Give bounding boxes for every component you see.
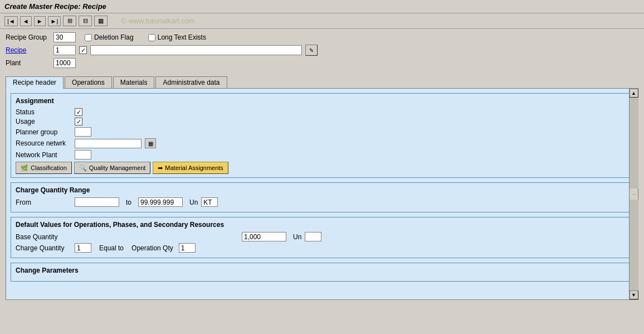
- charge-qty-row: From to Un: [16, 197, 628, 207]
- operation-qty-label: Operation Qty: [131, 244, 173, 252]
- toolbar: |◄ ◄ ► ►| ⊞ ⊟ ▦ © www.tutorialkart.com: [0, 13, 644, 29]
- usage-checkbox[interactable]: ✓: [75, 118, 82, 125]
- charge-qty-title: Charge Quantity Range: [16, 186, 628, 194]
- title-bar: Create Master Recipe: Recipe: [0, 0, 644, 13]
- recipe-checkbox[interactable]: ✓: [79, 46, 87, 54]
- quality-mgmt-label: Quality Management: [89, 164, 146, 171]
- recipe-input[interactable]: [53, 45, 76, 55]
- find2-btn[interactable]: ⊟: [79, 16, 92, 26]
- assignment-title: Assignment: [16, 97, 628, 105]
- recipe-label[interactable]: Recipe: [6, 46, 50, 54]
- scroll-up-btn[interactable]: ▲: [630, 89, 638, 98]
- recipe-group-label: Recipe Group: [6, 33, 50, 41]
- from-label: From: [16, 199, 71, 206]
- from-input[interactable]: [75, 197, 119, 207]
- long-text-label: Long Text Exists: [158, 33, 206, 41]
- status-row: Status ✓: [16, 108, 628, 116]
- deletion-flag-label: Deletion Flag: [94, 33, 134, 41]
- to-label: to: [126, 199, 131, 206]
- change-params-title: Change Parameters: [16, 267, 628, 274]
- un-input[interactable]: [201, 197, 218, 207]
- status-label: Status: [16, 108, 71, 116]
- base-qty-input[interactable]: [242, 232, 286, 241]
- charge-qty-section: Charge Quantity Range From to Un: [11, 182, 633, 212]
- deletion-flag-checkbox[interactable]: [85, 34, 92, 41]
- un-label: Un: [189, 199, 198, 206]
- main-content: Assignment Status ✓ Usage ✓ Planner grou…: [6, 88, 638, 300]
- recipe-group-row: Recipe Group Deletion Flag Long Text Exi…: [6, 32, 638, 42]
- network-plant-row: Network Plant: [16, 150, 628, 159]
- assignment-section: Assignment Status ✓ Usage ✓ Planner grou…: [11, 93, 633, 178]
- classification-label: Classification: [31, 164, 67, 171]
- tab-recipe-header[interactable]: Recipe header: [6, 76, 64, 89]
- resource-netwrk-row: Resource netwrk ▦: [16, 138, 628, 148]
- planner-group-row: Planner group: [16, 127, 628, 137]
- equal-to-label: Equal to: [99, 244, 124, 252]
- base-qty-row: Base Quantity Un: [16, 232, 628, 241]
- plant-label: Plant: [6, 59, 50, 67]
- classification-btn[interactable]: 🌿 Classification: [16, 162, 72, 174]
- quality-mgmt-btn[interactable]: 🔍 Quality Management: [74, 162, 151, 174]
- tab-materials[interactable]: Materials: [113, 76, 155, 89]
- planner-group-input[interactable]: [75, 127, 91, 137]
- usage-label: Usage: [16, 118, 71, 125]
- first-btn[interactable]: |◄: [4, 16, 18, 26]
- default-values-section: Default Values for Operations, Phases, a…: [11, 217, 633, 258]
- long-text-checkbox[interactable]: [148, 34, 155, 41]
- scroll-track[interactable]: [630, 98, 638, 188]
- recipe-text-input[interactable]: [90, 45, 302, 55]
- classification-icon: 🌿: [21, 164, 28, 172]
- title-text: Create Master Recipe: Recipe: [4, 2, 106, 11]
- charge-qty-default-row: Charge Quantity Equal to Operation Qty: [16, 243, 628, 253]
- plant-row: Plant: [6, 58, 638, 68]
- last-btn[interactable]: ►|: [48, 16, 61, 26]
- un-label2: Un: [293, 233, 301, 241]
- header-form: Recipe Group Deletion Flag Long Text Exi…: [0, 29, 644, 74]
- resource-netwrk-input[interactable]: [75, 139, 142, 148]
- watermark: © www.tutorialkart.com: [121, 17, 195, 25]
- scroll-track2[interactable]: [630, 200, 638, 291]
- change-params-section: Change Parameters: [11, 263, 633, 282]
- network-plant-input[interactable]: [75, 150, 91, 159]
- recipe-edit-btn[interactable]: ✎: [305, 45, 318, 56]
- status-checkbox[interactable]: ✓: [75, 108, 82, 116]
- material-assign-btn[interactable]: ➡ Material Assignments: [153, 162, 228, 174]
- action-buttons: 🌿 Classification 🔍 Quality Management ➡ …: [16, 162, 628, 174]
- base-qty-label: Base Quantity: [16, 233, 71, 241]
- charge-qty-label: Charge Quantity: [16, 244, 71, 252]
- scroll-down-btn[interactable]: ▼: [630, 291, 638, 299]
- tab-admin-data[interactable]: Administrative data: [155, 76, 227, 89]
- quality-mgmt-icon: 🔍: [79, 164, 87, 172]
- charge-qty-value-input[interactable]: [75, 243, 91, 253]
- material-assign-icon: ➡: [158, 164, 163, 172]
- material-assign-label: Material Assignments: [165, 164, 223, 171]
- grid-view-btn[interactable]: ▦: [94, 16, 108, 26]
- usage-row: Usage ✓: [16, 118, 628, 125]
- next-btn[interactable]: ►: [34, 16, 46, 26]
- planner-group-label: Planner group: [16, 128, 71, 136]
- plant-input[interactable]: [53, 58, 76, 68]
- tab-operations[interactable]: Operations: [65, 76, 112, 89]
- recipe-row: Recipe ✓ ✎: [6, 45, 638, 56]
- resource-netwrk-grid-btn[interactable]: ▦: [145, 138, 156, 148]
- recipe-group-input[interactable]: [53, 32, 76, 42]
- to-input[interactable]: [138, 197, 183, 207]
- tab-bar: Recipe header Operations Materials Admin…: [0, 76, 644, 88]
- prev-btn[interactable]: ◄: [20, 16, 32, 26]
- resource-netwrk-label: Resource netwrk: [16, 139, 71, 147]
- scrollbar[interactable]: ▲ ⋮ ▼: [629, 89, 638, 299]
- operation-qty-input[interactable]: [179, 243, 196, 253]
- find-btn[interactable]: ⊞: [63, 16, 76, 26]
- network-plant-label: Network Plant: [16, 151, 71, 159]
- un-input2[interactable]: [305, 232, 321, 241]
- default-values-title: Default Values for Operations, Phases, a…: [16, 221, 628, 229]
